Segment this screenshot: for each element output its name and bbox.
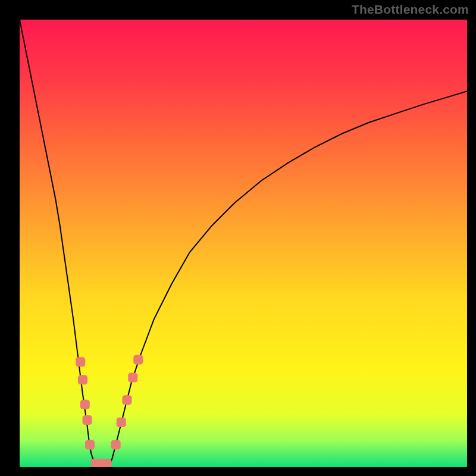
watermark-text: TheBottleneck.com	[352, 2, 469, 17]
curve-marker	[83, 415, 92, 425]
curve-marker	[85, 440, 95, 449]
plot-area	[20, 20, 467, 467]
curve-marker	[128, 373, 137, 383]
curve-marker	[78, 375, 87, 384]
curve-marker	[122, 395, 131, 405]
curve-marker	[76, 357, 85, 367]
curve-marker	[117, 418, 126, 427]
curve-marker	[133, 355, 143, 365]
curve-marker	[102, 459, 112, 467]
curve-marker	[80, 400, 90, 409]
bottleneck-chart	[20, 20, 467, 467]
curve-marker	[111, 440, 121, 449]
outer-frame: TheBottleneck.com	[0, 0, 476, 476]
